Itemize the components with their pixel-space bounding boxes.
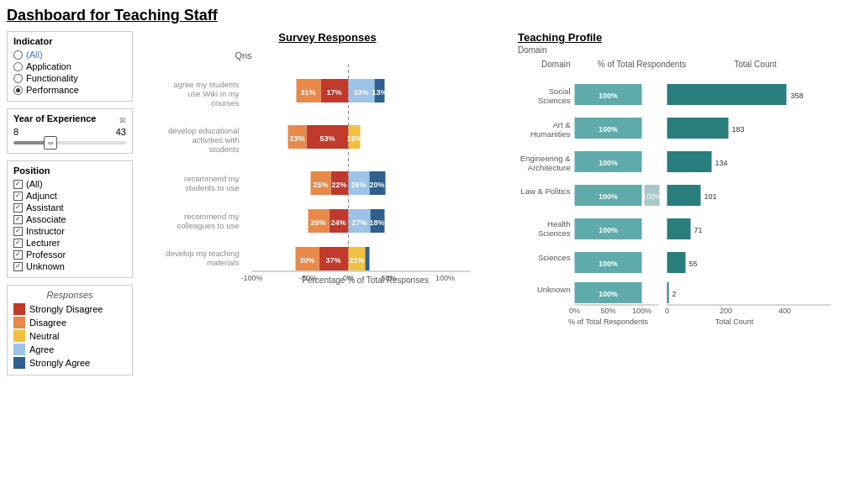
svg-text:students: students <box>209 144 240 154</box>
svg-text:Domain: Domain <box>541 60 570 69</box>
year-max: 43 <box>116 127 126 137</box>
svg-text:100%: 100% <box>599 290 618 298</box>
teaching-profile-svg: Domain % of Total Respondents Total Coun… <box>518 57 837 326</box>
indicator-application-label: Application <box>26 61 71 71</box>
svg-text:13%: 13% <box>372 88 387 97</box>
legend-box: Responses Strongly Disagree Disagree Neu… <box>7 285 133 375</box>
pos-lecturer[interactable]: Lecturer <box>13 238 126 248</box>
svg-text:Engineering &: Engineering & <box>520 154 571 163</box>
svg-text:30%: 30% <box>299 256 314 265</box>
position-label: Position <box>13 165 126 176</box>
svg-text:100%: 100% <box>599 125 618 134</box>
svg-text:24%: 24% <box>330 218 346 227</box>
pos-adjunct-label: Adjunct <box>26 191 57 201</box>
pos-lecturer-label: Lecturer <box>26 238 60 248</box>
svg-text:Unknown: Unknown <box>537 285 571 294</box>
indicator-application[interactable]: Application <box>13 61 126 71</box>
cb-all <box>13 180 23 189</box>
slider-fill <box>13 141 47 144</box>
svg-text:21%: 21% <box>349 256 364 265</box>
pos-instructor[interactable]: Instructor <box>13 226 126 236</box>
svg-text:26%: 26% <box>310 218 325 227</box>
slider-track[interactable]: ⇔ <box>13 141 126 144</box>
svg-text:33%: 33% <box>353 88 368 97</box>
legend-agree: Agree <box>13 344 126 355</box>
svg-text:26%: 26% <box>351 181 366 189</box>
legend-n-label: Neutral <box>29 331 59 341</box>
slider-thumb[interactable]: ⇔ <box>44 136 57 150</box>
filter-icon[interactable]: ⊠ <box>119 116 126 124</box>
svg-text:Architecture: Architecture <box>528 163 571 172</box>
svg-text:200: 200 <box>720 307 732 315</box>
svg-rect-70 <box>667 118 729 139</box>
pos-professor-label: Professor <box>26 249 66 260</box>
svg-text:0%: 0% <box>569 307 580 315</box>
position-filter: Position (All) Adjunct Assistant Associa… <box>7 160 133 278</box>
pos-unknown-label: Unknown <box>26 261 65 271</box>
svg-text:183: 183 <box>732 125 745 134</box>
survey-chart-title: Survey Responses <box>141 31 514 44</box>
svg-text:100%: 100% <box>642 192 662 201</box>
indicator-functionality[interactable]: Functionality <box>13 73 126 83</box>
indicator-performance[interactable]: Performance <box>13 85 126 95</box>
teaching-profile-panel: Teaching Profile Domain Domain % of Tota… <box>518 31 837 501</box>
cb-instructor <box>13 227 23 236</box>
svg-text:courses: courses <box>211 98 240 108</box>
svg-text:colleagues to use: colleagues to use <box>177 221 240 230</box>
cb-professor <box>13 250 23 260</box>
svg-rect-83 <box>667 185 701 206</box>
legend-d-label: Disagree <box>29 318 66 328</box>
svg-text:50%: 50% <box>600 307 615 315</box>
svg-text:2: 2 <box>673 290 677 298</box>
radio-application <box>13 62 23 71</box>
pos-instructor-label: Instructor <box>26 226 65 236</box>
pos-associate-label: Associate <box>26 214 66 224</box>
svg-text:71: 71 <box>694 226 703 234</box>
svg-text:100%: 100% <box>632 307 651 315</box>
pos-all[interactable]: (All) <box>13 179 126 189</box>
svg-text:develop my teaching: develop my teaching <box>166 249 239 258</box>
svg-text:students to use: students to use <box>185 183 239 192</box>
pos-assistant-label: Assistant <box>26 202 64 213</box>
svg-text:27%: 27% <box>351 218 367 227</box>
swatch-strongly-disagree <box>13 303 25 315</box>
legend-neutral: Neutral <box>13 330 126 342</box>
svg-text:Social: Social <box>549 87 571 96</box>
svg-text:15%: 15% <box>346 134 361 143</box>
cb-assistant <box>13 203 23 213</box>
svg-text:31%: 31% <box>300 88 315 97</box>
svg-text:37%: 37% <box>325 256 340 265</box>
year-min: 8 <box>13 127 18 137</box>
svg-text:18%: 18% <box>369 218 384 227</box>
pos-adjunct[interactable]: Adjunct <box>13 191 126 201</box>
svg-text:Health: Health <box>547 219 570 228</box>
legend-strongly-agree: Strongly Agree <box>13 357 126 369</box>
year-experience-label: Year of Experience <box>13 113 96 123</box>
pos-professor[interactable]: Professor <box>13 249 126 260</box>
pos-associate[interactable]: Associate <box>13 214 126 224</box>
svg-text:activities with: activities with <box>193 135 240 144</box>
legend-disagree: Disagree <box>13 317 126 328</box>
year-experience-filter: Year of Experience ⊠ 8 43 ⇔ <box>7 108 133 154</box>
svg-text:Total Count: Total Count <box>734 60 777 69</box>
svg-text:Total Count: Total Count <box>715 318 754 326</box>
svg-rect-76 <box>667 151 712 172</box>
svg-rect-50 <box>366 247 370 270</box>
teaching-title: Teaching Profile <box>518 31 837 44</box>
pos-unknown[interactable]: Unknown <box>13 261 126 271</box>
svg-rect-94 <box>667 252 686 273</box>
indicator-all[interactable]: (All) <box>13 50 126 60</box>
swatch-agree <box>13 344 25 355</box>
svg-text:Sciences: Sciences <box>538 228 571 238</box>
svg-rect-89 <box>667 218 691 239</box>
pos-assistant[interactable]: Assistant <box>13 202 126 213</box>
svg-text:Qns: Qns <box>235 50 252 60</box>
indicator-performance-label: Performance <box>26 85 79 95</box>
svg-text:134: 134 <box>715 159 728 167</box>
svg-text:Sciences: Sciences <box>538 96 571 105</box>
legend-sa-label: Strongly Agree <box>29 358 90 368</box>
diverging-svg: Qns agree my students use Wiki in my cou… <box>141 47 514 282</box>
radio-all <box>13 50 23 60</box>
svg-text:358: 358 <box>791 92 804 100</box>
indicator-filter: Indicator (All) Application Functionalit… <box>7 31 133 102</box>
